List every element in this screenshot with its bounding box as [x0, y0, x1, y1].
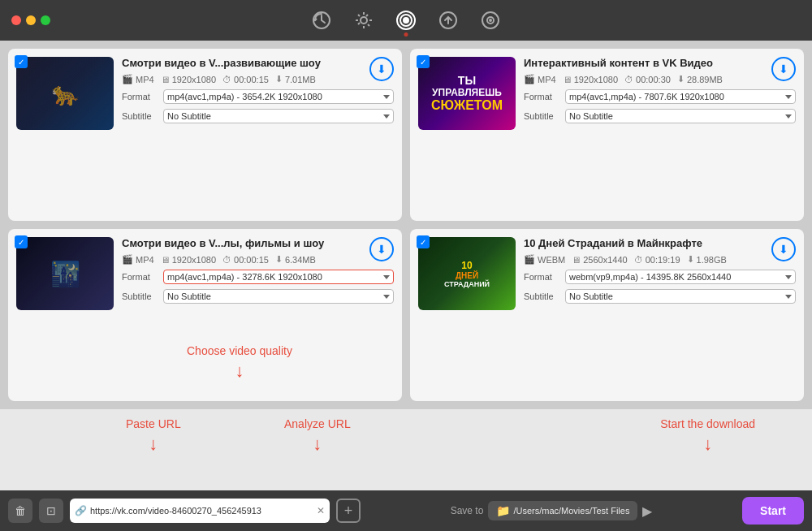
download-button[interactable]: ⬇ [369, 237, 394, 261]
url-clear-button[interactable]: ✕ [317, 505, 325, 516]
quality-annotation-arrow: ↓ [187, 360, 292, 382]
subtitle-row: Subtitle No Subtitle [122, 109, 394, 123]
subtitle-row-label: Subtitle [122, 111, 158, 121]
clock-icon: ⏱ [222, 75, 231, 84]
file-icon: 🎬 [524, 74, 535, 84]
video-checkbox[interactable]: ✓ [15, 235, 28, 248]
size-badge: ⬇ 6.34MB [275, 254, 316, 265]
subtitle-select[interactable]: No Subtitle [565, 109, 796, 123]
video-meta: 🎬 MP4 🖥 1920x1080 ⏱ 00:00:15 ⬇ 7.01MB [122, 74, 394, 84]
quality-annotation: Choose video quality ↓ [187, 344, 292, 382]
traffic-lights [11, 15, 50, 25]
title-bar-icons [309, 7, 503, 33]
download-manager-icon[interactable] [393, 7, 419, 33]
video-thumbnail: 10 ДНЕЙ СТРАДАНИЙ [418, 237, 516, 310]
video-info: Интерактивный контент в VK Видео 🎬 MP4 🖥… [524, 57, 796, 213]
duration-badge: ⏱ 00:00:30 [624, 75, 671, 84]
size-label: 7.01MB [285, 75, 316, 84]
folder-icon: 📁 [496, 504, 510, 517]
resolution-label: 1920x1080 [172, 255, 216, 265]
minimize-button[interactable] [26, 15, 36, 25]
size-label: 28.89MB [687, 75, 723, 84]
subtitle-row-label: Subtitle [122, 291, 158, 301]
convert-icon[interactable] [435, 7, 461, 33]
video-title: Смотри видео в V...лы, фильмы и шоу [122, 237, 394, 249]
download-size-icon: ⬇ [275, 74, 283, 84]
format-label: WEBM [538, 255, 565, 265]
resolution-label: 1920x1080 [574, 75, 618, 84]
size-label: 6.34MB [285, 255, 316, 265]
subtitle-select[interactable]: No Subtitle [163, 289, 394, 304]
url-bar: 🔗 https://vk.com/video-84600270_45624591… [70, 499, 330, 523]
video-thumbnail: 🐆 [16, 57, 114, 130]
video-title: Интерактивный контент в VK Видео [524, 57, 796, 69]
save-arrow-button[interactable]: ▶ [642, 503, 652, 519]
video-card: ✓ 🐆 Смотри видео в V...развивающие шоу 🎬… [8, 49, 402, 221]
video-title: Смотри видео в V...развивающие шоу [122, 57, 394, 69]
analyze-url-text: Analyze URL [284, 417, 351, 430]
duration-badge: ⏱ 00:00:15 [222, 255, 269, 265]
download-button[interactable]: ⬇ [771, 57, 796, 81]
media-icon[interactable] [477, 7, 503, 33]
start-download-annotation: Start the download↓ [660, 417, 755, 455]
subtitle-row: Subtitle No Subtitle [524, 109, 796, 123]
format-row: Format mp4(avc1,mp4a) - 7807.6K 1920x108… [524, 89, 796, 104]
paste-url-text: Paste URL [126, 417, 181, 430]
format-row-label: Format [524, 272, 560, 282]
size-label: 1.98GB [697, 255, 727, 265]
download-button[interactable]: ⬇ [771, 237, 796, 261]
paste-url-annotation: Paste URL↓ [126, 417, 181, 455]
format-select[interactable]: webm(vp9,mp4a) - 14395.8K 2560x1440 [565, 270, 796, 284]
video-checkbox[interactable]: ✓ [417, 55, 430, 68]
download-button[interactable]: ⬇ [369, 57, 394, 81]
duration-label: 00:00:15 [234, 255, 269, 265]
format-badge: 🎬 MP4 [122, 74, 154, 84]
link-icon: 🔗 [75, 505, 87, 516]
format-select[interactable]: mp4(avc1,mp4a) - 7807.6K 1920x1080 [565, 89, 796, 104]
format-label: MP4 [136, 75, 154, 84]
resolution-badge: 🖥 1920x1080 [161, 75, 216, 84]
paste-url-arrow: ↓ [126, 434, 181, 455]
add-url-button[interactable]: + [336, 499, 361, 523]
video-card: ✓ 10 ДНЕЙ СТРАДАНИЙ 10 Дней Страданий в … [410, 229, 804, 401]
size-badge: ⬇ 28.89MB [677, 74, 723, 84]
clock-icon: ⏱ [222, 255, 231, 265]
restore-icon[interactable] [309, 7, 335, 33]
resolution-icon: 🖥 [563, 75, 572, 84]
format-select[interactable]: mp4(avc1,mp4a) - 3278.6K 1920x1080 [163, 270, 394, 284]
format-row: Format webm(vp9,mp4a) - 14395.8K 2560x14… [524, 270, 796, 284]
format-label: MP4 [136, 255, 154, 265]
analyze-url-arrow: ↓ [284, 434, 351, 455]
resolution-badge: 🖥 2560x1440 [572, 255, 627, 265]
download-size-icon: ⬇ [677, 74, 685, 84]
close-button[interactable] [11, 15, 21, 25]
video-card: ✓ ТЫ УПРАВЛЯЕШЬ СЮЖЕТОМ Интерактивный ко… [410, 49, 804, 221]
subtitle-select[interactable]: No Subtitle [565, 289, 796, 304]
video-checkbox[interactable]: ✓ [15, 55, 28, 68]
video-meta: 🎬 MP4 🖥 1920x1080 ⏱ 00:00:15 ⬇ 6.34MB [122, 254, 394, 265]
delete-button[interactable]: 🗑 [8, 499, 32, 523]
clear-button[interactable]: ⊡ [39, 499, 63, 523]
format-row-label: Format [122, 272, 158, 282]
settings-icon[interactable] [351, 7, 377, 33]
format-badge: 🎬 MP4 [122, 254, 154, 265]
size-badge: ⬇ 1.98GB [687, 254, 727, 265]
quality-annotation-text: Choose video quality [187, 344, 292, 357]
resolution-icon: 🖥 [161, 255, 170, 265]
video-checkbox[interactable]: ✓ [417, 235, 430, 248]
video-info: 10 Дней Страданий в Майнкрафте 🎬 WEBM 🖥 … [524, 237, 796, 393]
clock-icon: ⏱ [624, 75, 633, 84]
resolution-label: 2560x1440 [583, 255, 627, 265]
duration-label: 00:00:30 [636, 75, 671, 84]
resolution-badge: 🖥 1920x1080 [563, 75, 618, 84]
annotation-area: Choose video quality ↓ Paste URL↓Analyze… [0, 409, 812, 490]
start-button[interactable]: Start [742, 497, 804, 525]
format-row-label: Format [122, 92, 158, 101]
subtitle-select[interactable]: No Subtitle [163, 109, 394, 123]
download-size-icon: ⬇ [275, 254, 283, 265]
duration-badge: ⏱ 00:00:15 [222, 75, 269, 84]
maximize-button[interactable] [41, 15, 50, 25]
save-path-text: /Users/mac/Movies/Test Files [513, 506, 629, 516]
format-row: Format mp4(avc1,mp4a) - 3278.6K 1920x108… [122, 270, 394, 284]
format-select[interactable]: mp4(avc1,mp4a) - 3654.2K 1920x1080 [163, 89, 394, 104]
